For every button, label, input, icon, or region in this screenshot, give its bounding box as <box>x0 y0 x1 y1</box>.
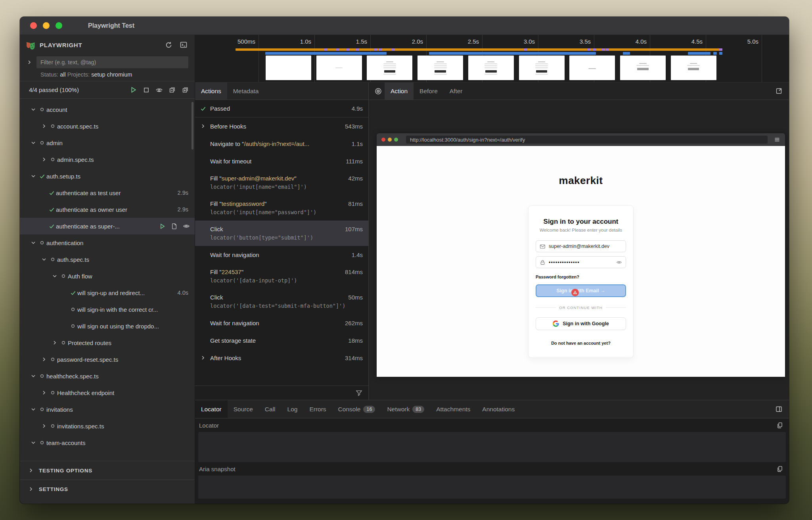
tree-scrollbar-thumb[interactable] <box>192 102 193 150</box>
tree-row[interactable]: team-accounts <box>20 434 195 451</box>
expand-all-icon[interactable] <box>182 86 189 94</box>
sign-in-email-button[interactable]: Sign in with Email → <box>536 284 626 297</box>
filmstrip-thumbnail[interactable] <box>266 56 311 80</box>
tab-actions[interactable]: Actions <box>195 83 227 100</box>
filmstrip-thumbnail[interactable] <box>417 56 463 80</box>
tree-row[interactable]: healthcheck.spec.ts <box>20 368 195 384</box>
tree-row[interactable]: auth.setup.ts <box>20 168 195 184</box>
tab-source[interactable]: Source <box>228 400 259 418</box>
chevron-right-icon[interactable] <box>40 356 48 363</box>
tree-row[interactable]: authenticate as super-... <box>20 218 195 234</box>
action-row[interactable]: Fill "224537"814mslocator('[data-input-o… <box>195 263 368 289</box>
run-all-icon[interactable] <box>130 86 137 94</box>
copy-aria-snapshot-icon[interactable] <box>776 465 783 472</box>
chevron-right-icon[interactable] <box>50 340 59 346</box>
action-group-row[interactable]: Before Hooks543ms <box>195 117 368 135</box>
action-group-row[interactable]: After Hooks314ms <box>195 349 368 366</box>
chevron-down-icon[interactable] <box>29 439 38 446</box>
chevron-down-icon[interactable] <box>40 256 48 263</box>
tree-row[interactable]: account.spec.ts <box>20 118 195 134</box>
tree-row[interactable]: authenticate as owner user2.9s <box>20 201 195 218</box>
tree-row[interactable]: authentication <box>20 234 195 251</box>
tree-row[interactable]: will sign out using the dropdo... <box>20 318 195 334</box>
tree-row[interactable]: invitations <box>20 401 195 418</box>
copy-locator-icon[interactable] <box>776 422 783 429</box>
run-test-icon[interactable] <box>159 223 166 230</box>
zoom-window-button[interactable] <box>56 22 62 29</box>
filter-expand-chevron-icon[interactable] <box>26 59 33 65</box>
stop-icon[interactable] <box>143 86 150 94</box>
filmstrip-thumbnail[interactable] <box>569 56 615 80</box>
tree-row[interactable]: invitations.spec.ts <box>20 418 195 434</box>
filmstrip-thumbnail[interactable] <box>671 56 716 80</box>
tab-after[interactable]: After <box>444 83 469 100</box>
tree-row[interactable]: Auth flow <box>20 268 195 284</box>
show-password-eye-icon[interactable] <box>616 259 622 265</box>
chevron-down-icon[interactable] <box>29 240 38 246</box>
watch-all-icon[interactable] <box>155 86 163 94</box>
tab-errors[interactable]: Errors <box>303 400 332 418</box>
tree-row[interactable]: password-reset.spec.ts <box>20 351 195 368</box>
section-header-settings[interactable]: SETTINGS <box>20 480 195 498</box>
aria-snapshot-editor[interactable] <box>198 476 786 499</box>
action-row[interactable]: Click50mslocator('[data-test="submit-mfa… <box>195 289 368 314</box>
password-field[interactable]: •••••••••••••• <box>536 256 626 268</box>
tab-attachments[interactable]: Attachments <box>430 400 476 418</box>
action-row[interactable]: Navigate to "/auth/sign-in?next=/aut...1… <box>195 135 368 152</box>
chevron-right-icon[interactable] <box>40 156 48 163</box>
open-snapshot-popout-icon[interactable] <box>775 83 789 100</box>
tab-network[interactable]: Network83 <box>381 400 430 418</box>
filter-actions-funnel-icon[interactable] <box>355 389 363 397</box>
email-field[interactable]: super-admin@makerkit.dev <box>536 240 626 252</box>
filmstrip-thumbnail[interactable] <box>468 56 514 80</box>
action-row[interactable]: Wait for timeout111ms <box>195 152 368 170</box>
tab-action[interactable]: Action <box>385 83 414 100</box>
tree-row[interactable]: auth.spec.ts <box>20 251 195 268</box>
chevron-down-icon[interactable] <box>29 140 38 146</box>
filmstrip-thumbnail[interactable] <box>367 56 412 80</box>
action-status-row[interactable]: Passed4.9s <box>195 100 368 117</box>
action-row[interactable]: Wait for navigation262ms <box>195 314 368 332</box>
chevron-right-icon[interactable] <box>40 423 48 429</box>
reload-tests-icon[interactable] <box>165 41 172 49</box>
tab-locator[interactable]: Locator <box>195 400 228 418</box>
chevron-right-icon[interactable] <box>200 355 206 361</box>
terminal-icon[interactable] <box>180 41 188 49</box>
split-view-icon[interactable] <box>775 400 789 418</box>
tree-row[interactable]: Protected routes <box>20 334 195 351</box>
chevron-down-icon[interactable] <box>29 106 38 113</box>
close-window-button[interactable] <box>30 22 37 29</box>
password-forgotten-link[interactable]: Password forgotten? <box>536 274 626 279</box>
action-row[interactable]: Fill "super-admin@makerkit.dev"42mslocat… <box>195 170 368 195</box>
signup-link[interactable]: Do not have an account yet? <box>536 341 626 345</box>
tree-row[interactable]: will sign-up and redirect...4.0s <box>20 284 195 301</box>
timeline-strip[interactable]: 500ms1.0s1.5s2.0s2.5s3.0s3.5s4.0s4.5s5.0… <box>195 35 789 83</box>
filmstrip-thumbnail[interactable] <box>316 56 362 80</box>
section-header-testing-options[interactable]: TESTING OPTIONS <box>20 461 195 480</box>
action-row[interactable]: Fill "testingpassword"81mslocator('input… <box>195 195 368 221</box>
locator-editor[interactable] <box>198 432 786 462</box>
tree-row[interactable]: will sign-in with the correct cr... <box>20 301 195 318</box>
tree-row[interactable]: Healthcheck endpoint <box>20 384 195 401</box>
tab-call[interactable]: Call <box>259 400 282 418</box>
action-row[interactable]: Get storage state18ms <box>195 332 368 349</box>
chevron-down-icon[interactable] <box>50 273 59 279</box>
tab-annotations[interactable]: Annotations <box>476 400 521 418</box>
tree-row[interactable]: admin.spec.ts <box>20 151 195 168</box>
filmstrip-thumbnail[interactable] <box>519 56 565 80</box>
minimize-window-button[interactable] <box>43 22 50 29</box>
filter-input[interactable] <box>36 56 188 68</box>
chevron-right-icon[interactable] <box>40 390 48 396</box>
chevron-right-icon[interactable] <box>40 123 48 129</box>
chevron-down-icon[interactable] <box>29 406 38 413</box>
watch-test-icon[interactable] <box>183 223 190 230</box>
filmstrip-thumbnail[interactable] <box>620 56 666 80</box>
tab-console[interactable]: Console16 <box>332 400 381 418</box>
tab-metadata[interactable]: Metadata <box>227 83 265 100</box>
tab-log[interactable]: Log <box>282 400 304 418</box>
tab-before[interactable]: Before <box>414 83 444 100</box>
pick-locator-target-icon[interactable] <box>369 83 385 100</box>
action-row[interactable]: Click107mslocator('button[type="submit"]… <box>195 221 368 246</box>
tree-row[interactable]: account <box>20 101 195 118</box>
chevron-down-icon[interactable] <box>29 173 38 179</box>
